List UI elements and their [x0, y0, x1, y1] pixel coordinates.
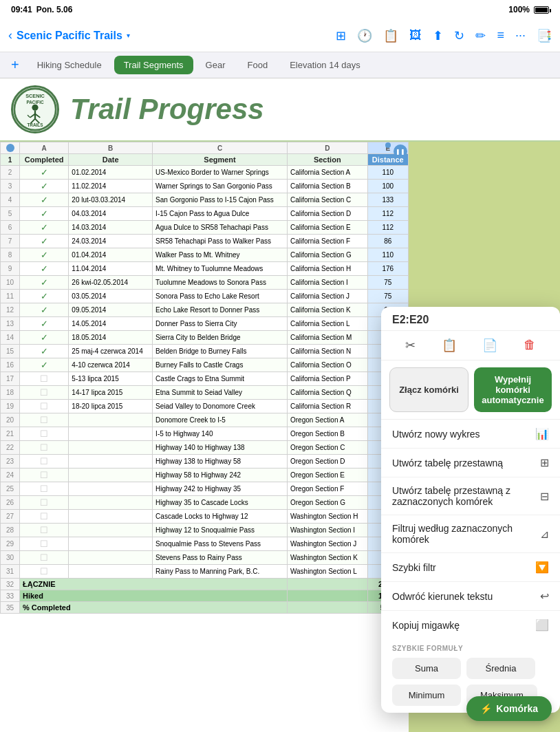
cell-date: 25 maj-4 czerwca 2014 [69, 345, 153, 358]
list-icon[interactable]: 📑 [537, 28, 552, 43]
table-icon[interactable]: ⊞ [336, 28, 346, 43]
cell-section: Oregon Section B [287, 427, 367, 441]
loop-icon[interactable]: ↻ [454, 28, 464, 43]
formula-button[interactable]: Suma [392, 658, 461, 679]
row-num: 6 [1, 221, 20, 235]
cell-section: California Section Q [287, 386, 367, 400]
tab-hiking-schedule[interactable]: Hiking Schedule [28, 56, 111, 74]
pen-icon[interactable]: ✏ [475, 28, 486, 43]
status-left: 09:41 Pon. 5.06 [11, 5, 72, 14]
main-content: SCENIC PACIFIC TRAILS Trail Progress [0, 78, 560, 732]
cell-distance: 110 [367, 248, 408, 262]
media-icon[interactable]: 🖼 [409, 28, 422, 43]
row-num: 35 [1, 602, 20, 614]
cell-segment: Mt. Whitney to Tuolumne Meadows [153, 262, 288, 276]
cell-section: Oregon Section G [287, 496, 367, 510]
cell-segment: I-15 Cajon Pass to Agua Dulce [153, 207, 288, 221]
context-menu-item[interactable]: Filtruj według zaznaczonych komórek⊿ [381, 515, 560, 553]
table-row: 9 ✓ 11.04.2014 Mt. Whitney to Tuolumne M… [1, 262, 409, 276]
day: Pon. 5.06 [36, 5, 73, 14]
tab-elevation[interactable]: Elevation 14 days [280, 56, 370, 74]
table-wrapper[interactable]: A B C D E 1 Completed Date Segment Secti… [0, 142, 409, 732]
cell-date: 01.04.2014 [69, 248, 153, 262]
context-menu-item[interactable]: Odwróć kierunek tekstu↩ [381, 582, 560, 611]
cell-date [69, 482, 153, 496]
context-item-icon: ⊟ [540, 490, 549, 503]
copy-icon[interactable]: 📋 [383, 28, 398, 43]
time: 09:41 [11, 5, 32, 14]
status-bar: 09:41 Pon. 5.06 100% [0, 0, 560, 19]
cell-date [69, 565, 153, 579]
table-row: 23 ☐ Highway 138 to Highway 58 Oregon Se… [1, 455, 409, 469]
back-button[interactable]: ‹ [8, 28, 12, 43]
cell-check: ✓ [20, 262, 69, 276]
cell-check: ☐ [20, 441, 69, 455]
pause-icon[interactable]: ❚❚ [394, 144, 407, 158]
col-header-a[interactable]: A [20, 142, 69, 154]
cell-date: 11.02.2014 [69, 180, 153, 193]
cell-button-label: Komórka [496, 703, 538, 714]
table-row: 16 ✓ 4-10 czerwca 2014 Burney Falls to C… [1, 358, 409, 372]
cell-segment: Stevens Pass to Rainy Pass [153, 551, 288, 565]
merge-button[interactable]: Złącz komórki [389, 367, 469, 412]
col-header-b[interactable]: B [69, 142, 153, 154]
context-menu-item[interactable]: Szybki filtr🔽 [381, 553, 560, 582]
sheet-header: SCENIC PACIFIC TRAILS Trail Progress [0, 78, 560, 142]
cell-distance: 110 [367, 166, 408, 180]
tab-food[interactable]: Food [237, 56, 277, 74]
share-icon[interactable]: ⬆ [433, 28, 443, 43]
context-item-text: Odwróć kierunek tekstu [392, 591, 493, 602]
clock-icon[interactable]: 🕐 [357, 28, 372, 43]
col-header-c[interactable]: C [153, 142, 288, 154]
context-menu-item[interactable]: Kopiuj migawkę⬜ [381, 611, 560, 639]
cell-segment: Highway 35 to Cascade Locks [153, 496, 288, 510]
row-num: 7 [1, 235, 20, 248]
cell-section: Washington Section J [287, 537, 367, 551]
cell-button[interactable]: ⚡ Komórka [466, 696, 552, 721]
fill-button[interactable]: Wypełnij komórki automatycznie [474, 367, 552, 412]
nav-icons: ⊞ 🕐 📋 🖼 ⬆ ↻ ✏ ≡ ··· 📑 [336, 28, 552, 43]
row-num: 19 [1, 400, 20, 413]
col-header-d[interactable]: D [287, 142, 367, 154]
context-menu-tools: ✂ 📋 📄 🗑 [381, 331, 560, 360]
paste-icon[interactable]: 📄 [482, 338, 497, 353]
table-row: 32 ŁĄCZNIE 2 645 [1, 579, 409, 590]
context-item-icon: ↩ [540, 590, 549, 603]
cell-date: 14.05.2014 [69, 317, 153, 331]
cell-check: ✓ [20, 235, 69, 248]
delete-icon[interactable]: 🗑 [524, 338, 536, 353]
tab-gear[interactable]: Gear [196, 56, 235, 74]
dots-icon[interactable]: ··· [515, 28, 526, 43]
cell-distance: 100 [367, 180, 408, 193]
row-num: 27 [1, 510, 20, 524]
tab-trail-segments[interactable]: Trail Segments [114, 56, 193, 74]
row-num: 4 [1, 193, 20, 207]
formula-button[interactable]: Średnia [466, 658, 535, 679]
cell-segment: Highway 12 to Snoqualmie Pass [153, 524, 288, 537]
summary-label: Hiked [20, 590, 288, 602]
cell-check: ✓ [20, 221, 69, 235]
header-segment: Segment [153, 154, 288, 166]
table-row: 13 ✓ 14.05.2014 Donner Pass to Sierra Ci… [1, 317, 409, 331]
context-menu-item[interactable]: Utwórz tabelę przestawną⊞ [381, 449, 560, 477]
cell-section: California Section P [287, 372, 367, 386]
menu-icon[interactable]: ≡ [497, 28, 504, 43]
chevron-down-icon[interactable]: ▾ [127, 32, 130, 39]
row-num: 25 [1, 482, 20, 496]
copy-tool-icon[interactable]: 📋 [442, 338, 457, 353]
formula-button[interactable]: Minimum [392, 685, 461, 706]
cut-icon[interactable]: ✂ [405, 338, 416, 353]
row-num: 33 [1, 590, 20, 602]
cell-date: 11.04.2014 [69, 262, 153, 276]
context-item-icon: 🔽 [535, 561, 549, 574]
cell-date: 24.03.2014 [69, 235, 153, 248]
context-item-icon: ⊞ [540, 456, 549, 469]
add-tab-button[interactable]: + [6, 57, 25, 73]
context-menu-item[interactable]: Utwórz tabelę przestawną z zaznaczonych … [381, 477, 560, 515]
row-num: 23 [1, 455, 20, 469]
cell-check: ✓ [20, 290, 69, 303]
cell-section: Washington Section L [287, 565, 367, 579]
spreadsheet-container: A B C D E 1 Completed Date Segment Secti… [0, 142, 560, 732]
cell-date [69, 551, 153, 565]
context-menu-item[interactable]: Utwórz nowy wykres📊 [381, 420, 560, 449]
